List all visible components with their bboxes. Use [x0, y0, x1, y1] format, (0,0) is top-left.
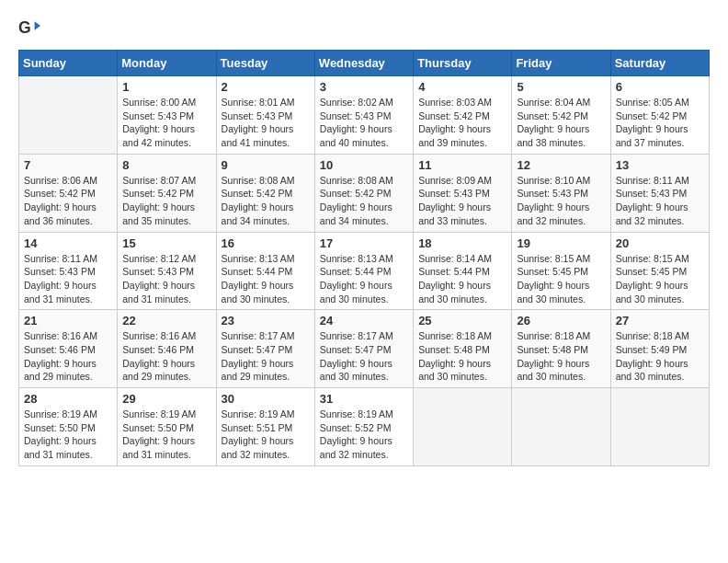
calendar-week-4: 21Sunrise: 8:16 AM Sunset: 5:46 PM Dayli…: [19, 310, 710, 388]
day-info: Sunrise: 8:16 AM Sunset: 5:46 PM Dayligh…: [24, 329, 112, 384]
day-info: Sunrise: 8:09 AM Sunset: 5:43 PM Dayligh…: [418, 174, 506, 228]
calendar-cell: 1Sunrise: 8:00 AM Sunset: 5:43 PM Daylig…: [118, 76, 216, 155]
day-info: Sunrise: 8:13 AM Sunset: 5:44 PM Dayligh…: [222, 252, 310, 306]
day-number: 18: [418, 236, 506, 250]
day-number: 5: [517, 80, 605, 94]
calendar-body: 1Sunrise: 8:00 AM Sunset: 5:43 PM Daylig…: [19, 76, 710, 466]
day-info: Sunrise: 8:02 AM Sunset: 5:43 PM Dayligh…: [320, 96, 408, 150]
calendar-cell: 6Sunrise: 8:05 AM Sunset: 5:42 PM Daylig…: [610, 76, 709, 155]
day-info: Sunrise: 8:00 AM Sunset: 5:43 PM Dayligh…: [122, 96, 210, 150]
day-info: Sunrise: 8:18 AM Sunset: 5:48 PM Dayligh…: [418, 329, 506, 384]
day-info: Sunrise: 8:01 AM Sunset: 5:43 PM Dayligh…: [222, 96, 310, 150]
day-number: 13: [616, 158, 704, 172]
day-number: 9: [222, 158, 310, 172]
calendar-cell: 7Sunrise: 8:06 AM Sunset: 5:42 PM Daylig…: [19, 154, 118, 232]
calendar-cell: 2Sunrise: 8:01 AM Sunset: 5:43 PM Daylig…: [216, 76, 314, 155]
day-info: Sunrise: 8:19 AM Sunset: 5:51 PM Dayligh…: [222, 408, 310, 462]
day-info: Sunrise: 8:16 AM Sunset: 5:46 PM Dayligh…: [122, 329, 210, 384]
logo-icon: G: [18, 18, 40, 40]
weekday-header-wednesday: Wednesday: [314, 51, 413, 76]
day-number: 25: [418, 314, 506, 327]
day-info: Sunrise: 8:15 AM Sunset: 5:45 PM Dayligh…: [517, 252, 605, 306]
calendar-cell: 22Sunrise: 8:16 AM Sunset: 5:46 PM Dayli…: [118, 310, 216, 388]
day-info: Sunrise: 8:13 AM Sunset: 5:44 PM Dayligh…: [320, 252, 408, 306]
weekday-header-thursday: Thursday: [414, 51, 512, 76]
calendar-cell: 21Sunrise: 8:16 AM Sunset: 5:46 PM Dayli…: [19, 310, 118, 388]
day-info: Sunrise: 8:17 AM Sunset: 5:47 PM Dayligh…: [222, 329, 310, 384]
calendar-cell: 28Sunrise: 8:19 AM Sunset: 5:50 PM Dayli…: [19, 388, 118, 466]
weekday-header-sunday: Sunday: [19, 51, 118, 76]
day-info: Sunrise: 8:11 AM Sunset: 5:43 PM Dayligh…: [616, 174, 704, 228]
day-number: 24: [320, 314, 408, 327]
calendar-week-1: 1Sunrise: 8:00 AM Sunset: 5:43 PM Daylig…: [19, 76, 710, 155]
calendar-cell: 29Sunrise: 8:19 AM Sunset: 5:50 PM Dayli…: [118, 388, 216, 466]
day-info: Sunrise: 8:11 AM Sunset: 5:43 PM Dayligh…: [24, 252, 112, 306]
calendar-cell: 11Sunrise: 8:09 AM Sunset: 5:43 PM Dayli…: [414, 154, 512, 232]
calendar-cell: 17Sunrise: 8:13 AM Sunset: 5:44 PM Dayli…: [314, 232, 413, 310]
day-info: Sunrise: 8:05 AM Sunset: 5:42 PM Dayligh…: [616, 96, 704, 150]
calendar-cell: 3Sunrise: 8:02 AM Sunset: 5:43 PM Daylig…: [314, 76, 413, 155]
day-number: 31: [320, 392, 408, 406]
calendar-cell: 4Sunrise: 8:03 AM Sunset: 5:42 PM Daylig…: [414, 76, 512, 155]
day-info: Sunrise: 8:07 AM Sunset: 5:42 PM Dayligh…: [122, 174, 210, 228]
day-info: Sunrise: 8:04 AM Sunset: 5:42 PM Dayligh…: [517, 96, 605, 150]
day-number: 4: [418, 80, 506, 94]
day-info: Sunrise: 8:15 AM Sunset: 5:45 PM Dayligh…: [616, 252, 704, 306]
day-info: Sunrise: 8:10 AM Sunset: 5:43 PM Dayligh…: [517, 174, 605, 228]
calendar-cell: [610, 388, 709, 466]
calendar-week-3: 14Sunrise: 8:11 AM Sunset: 5:43 PM Dayli…: [19, 232, 710, 310]
day-number: 29: [122, 392, 210, 406]
calendar-cell: [512, 388, 610, 466]
calendar-header-row: SundayMondayTuesdayWednesdayThursdayFrid…: [19, 51, 710, 76]
day-info: Sunrise: 8:19 AM Sunset: 5:50 PM Dayligh…: [24, 408, 112, 462]
calendar-cell: 10Sunrise: 8:08 AM Sunset: 5:42 PM Dayli…: [314, 154, 413, 232]
weekday-header-friday: Friday: [512, 51, 610, 76]
day-info: Sunrise: 8:14 AM Sunset: 5:44 PM Dayligh…: [418, 252, 506, 306]
calendar-cell: 5Sunrise: 8:04 AM Sunset: 5:42 PM Daylig…: [512, 76, 610, 155]
calendar-cell: 30Sunrise: 8:19 AM Sunset: 5:51 PM Dayli…: [216, 388, 314, 466]
calendar-cell: 13Sunrise: 8:11 AM Sunset: 5:43 PM Dayli…: [610, 154, 709, 232]
calendar-cell: 27Sunrise: 8:18 AM Sunset: 5:49 PM Dayli…: [610, 310, 709, 388]
day-info: Sunrise: 8:18 AM Sunset: 5:49 PM Dayligh…: [616, 329, 704, 384]
calendar-cell: 24Sunrise: 8:17 AM Sunset: 5:47 PM Dayli…: [314, 310, 413, 388]
day-number: 26: [517, 314, 605, 327]
calendar-cell: 12Sunrise: 8:10 AM Sunset: 5:43 PM Dayli…: [512, 154, 610, 232]
weekday-header-saturday: Saturday: [610, 51, 709, 76]
calendar-cell: [19, 76, 118, 155]
day-info: Sunrise: 8:08 AM Sunset: 5:42 PM Dayligh…: [222, 174, 310, 228]
day-number: 15: [122, 236, 210, 250]
calendar-cell: 15Sunrise: 8:12 AM Sunset: 5:43 PM Dayli…: [118, 232, 216, 310]
day-number: 27: [616, 314, 704, 327]
day-number: 20: [616, 236, 704, 250]
day-number: 23: [222, 314, 310, 327]
day-info: Sunrise: 8:06 AM Sunset: 5:42 PM Dayligh…: [24, 174, 112, 228]
calendar-cell: 23Sunrise: 8:17 AM Sunset: 5:47 PM Dayli…: [216, 310, 314, 388]
day-number: 21: [24, 314, 112, 327]
day-info: Sunrise: 8:03 AM Sunset: 5:42 PM Dayligh…: [418, 96, 506, 150]
day-info: Sunrise: 8:18 AM Sunset: 5:48 PM Dayligh…: [517, 329, 605, 384]
day-number: 3: [320, 80, 408, 94]
day-number: 19: [517, 236, 605, 250]
day-number: 6: [616, 80, 704, 94]
day-number: 16: [222, 236, 310, 250]
day-number: 1: [122, 80, 210, 94]
calendar-table: SundayMondayTuesdayWednesdayThursdayFrid…: [18, 50, 710, 466]
calendar-cell: 20Sunrise: 8:15 AM Sunset: 5:45 PM Dayli…: [610, 232, 709, 310]
day-number: 10: [320, 158, 408, 172]
day-number: 17: [320, 236, 408, 250]
calendar-cell: [414, 388, 512, 466]
day-number: 11: [418, 158, 506, 172]
svg-text:G: G: [18, 18, 31, 37]
day-info: Sunrise: 8:08 AM Sunset: 5:42 PM Dayligh…: [320, 174, 408, 228]
calendar-cell: 31Sunrise: 8:19 AM Sunset: 5:52 PM Dayli…: [314, 388, 413, 466]
logo: G: [18, 18, 44, 40]
day-number: 12: [517, 158, 605, 172]
weekday-header-monday: Monday: [118, 51, 216, 76]
calendar-cell: 18Sunrise: 8:14 AM Sunset: 5:44 PM Dayli…: [414, 232, 512, 310]
day-number: 14: [24, 236, 112, 250]
calendar-cell: 19Sunrise: 8:15 AM Sunset: 5:45 PM Dayli…: [512, 232, 610, 310]
svg-marker-1: [35, 21, 40, 30]
day-info: Sunrise: 8:19 AM Sunset: 5:50 PM Dayligh…: [122, 408, 210, 462]
header: G: [18, 18, 710, 40]
day-info: Sunrise: 8:17 AM Sunset: 5:47 PM Dayligh…: [320, 329, 408, 384]
